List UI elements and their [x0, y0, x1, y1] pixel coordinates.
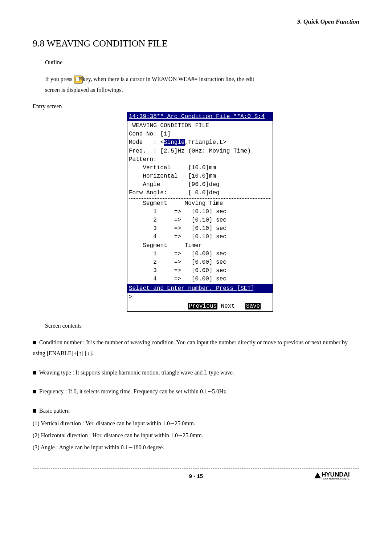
terminal-line: Freq. : [2.5]Hz (0Hz: Moving Time) [129, 147, 271, 155]
outline-heading: Outline [45, 59, 359, 66]
outline-text-c: screen is displayed as followings. [45, 87, 123, 93]
terminal-line: 1 => [0.00] sec [129, 250, 271, 258]
bullet-square-icon [33, 409, 36, 413]
header-divider [33, 27, 359, 27]
logo-triangle-icon [314, 473, 321, 478]
previous-button[interactable]: Previous [188, 303, 217, 309]
chapter-header: 9. Quick Open Function [33, 18, 359, 27]
page-footer: 9 - 15 HYUNDAI HEAVY INDUSTRIES CO.,LTD. [33, 469, 359, 481]
terminal-line: 3 => [0.00] sec [129, 267, 271, 275]
terminal-line: 3 => [0.10] sec [129, 224, 271, 233]
outline-paragraph: If you press key, when there is a cursor… [45, 74, 359, 96]
terminal-line: Horizontal [10.0]mm [129, 172, 271, 181]
terminal-line: Segment Moving Time [129, 199, 271, 208]
terminal-line: Vertical [10.0]mm [129, 164, 271, 172]
bullet-item: Basic pattern [33, 405, 359, 416]
terminal-line: Forw Angle: [ 0.0]deg [129, 189, 271, 197]
terminal-footer: Select and Enter number. Press [SET] [127, 284, 273, 293]
numbered-item: (3) Angle : Angle can be input within 0.… [33, 442, 359, 452]
bullet-item: Condition number : It is the number of w… [33, 337, 359, 359]
outline-text-a: If you press [45, 76, 74, 82]
save-button[interactable]: Save [245, 303, 261, 309]
hyundai-logo: HYUNDAI HEAVY INDUSTRIES CO.,LTD. [314, 471, 358, 481]
next-button[interactable]: Next [217, 303, 238, 309]
bullet-square-icon [33, 371, 36, 374]
terminal-highlight: Single [164, 139, 185, 146]
terminal-text: ,Triangle,L> [185, 139, 226, 146]
outline-text-b: key, when there is a cursor in WEAVON WE… [83, 76, 254, 82]
screen-contents-heading: Screen contents [45, 323, 359, 329]
bullet-text: Condition number : It is the number of w… [33, 339, 348, 356]
terminal-line: 4 => [0.10] sec [129, 233, 271, 241]
numbered-item: (2) Horizontal direction : Hor. distance… [33, 430, 359, 440]
quick-open-icon [74, 76, 83, 84]
terminal-line: Angle [90.0]deg [129, 181, 271, 189]
page-number: 9 - 15 [78, 473, 314, 479]
bullet-text: Weaving type : It supports simple harmon… [39, 369, 234, 376]
footer-divider [33, 469, 359, 469]
terminal-titlebar: 14:39:38** Arc Condition File **A:0 S:4 [127, 112, 273, 121]
bullet-square-icon [33, 341, 36, 344]
entry-screen-label: Entry screen [33, 103, 359, 110]
terminal-text: Mode : < [129, 139, 164, 146]
logo-subtext: HEAVY INDUSTRIES CO.,LTD. [322, 478, 350, 480]
terminal-line: Pattern: [129, 155, 271, 164]
terminal-button-row: Previous Next Save [127, 302, 273, 311]
terminal-line: 2 => [0.10] sec [129, 216, 271, 224]
bullet-item: Weaving type : It supports simple harmon… [33, 367, 359, 378]
section-title: 9.8 WEAVING CONDITION FILE [33, 38, 359, 49]
terminal-line: WEAVING CONDITION FILE [129, 122, 271, 130]
numbered-item: (1) Vertical direction : Ver. distance c… [33, 418, 359, 428]
bullet-item: Frequency : If 0, it selects moving time… [33, 386, 359, 397]
terminal-line: 4 => [0.00] sec [129, 275, 271, 283]
terminal-separator [129, 198, 271, 199]
bullet-square-icon [33, 390, 36, 393]
terminal-prompt: > [127, 293, 273, 302]
logo-text: HYUNDAI [322, 471, 350, 478]
terminal-window: 14:39:38** Arc Condition File **A:0 S:4 … [127, 112, 273, 312]
terminal-line: Segment Timer [129, 242, 271, 250]
bullet-text: Frequency : If 0, it selects moving time… [39, 388, 228, 394]
bullet-text: Basic pattern [39, 408, 70, 414]
terminal-line: 1 => [0.10] sec [129, 208, 271, 216]
terminal-line: Mode : <Single,Triangle,L> [129, 138, 271, 147]
terminal-line: Cond No: [1] [129, 130, 271, 138]
terminal-body: WEAVING CONDITION FILE Cond No: [1] Mode… [127, 121, 273, 284]
terminal-line: 2 => [0.00] sec [129, 258, 271, 267]
